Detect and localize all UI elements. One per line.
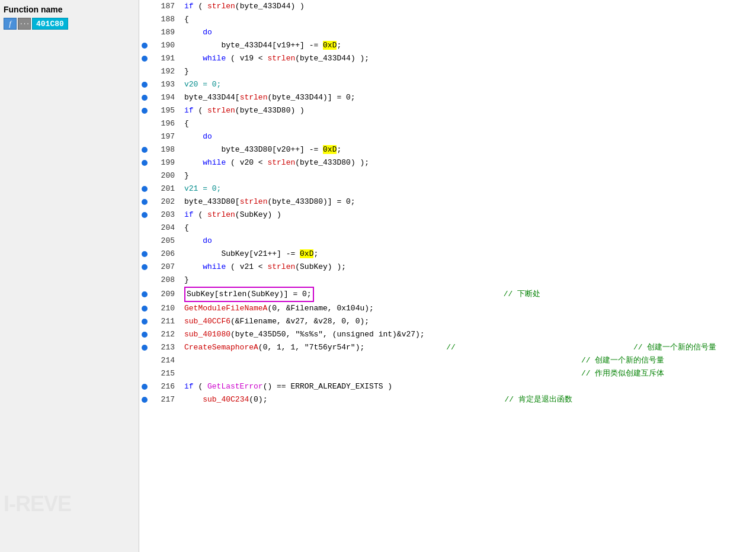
breakpoint-col[interactable] <box>139 82 150 88</box>
breakpoint-dot <box>142 95 148 101</box>
code-token: ; <box>337 41 341 50</box>
code-token: (&Filename, &v27, &v28, 0, 0); <box>230 317 369 326</box>
code-line: } <box>180 65 756 78</box>
code-row: 197 do <box>139 130 756 143</box>
code-token <box>184 262 203 271</box>
code-token: (SubKey) ); <box>295 262 346 271</box>
fn-address[interactable]: 401C80 <box>32 18 68 30</box>
code-token: () == <box>263 382 291 391</box>
code-token: (SubKey) ) <box>235 210 281 219</box>
breakpoint-col[interactable] <box>139 264 150 270</box>
code-token: SubKey[v21++] -= <box>184 249 300 258</box>
code-token: sub_401080 <box>184 330 230 339</box>
code-row: 211sub_40CCF6(&Filename, &v27, &v28, 0, … <box>139 315 756 328</box>
code-line: if ( GetLastError() == ERROR_ALREADY_EXI… <box>180 380 756 393</box>
breakpoint-col[interactable] <box>139 186 150 192</box>
code-token: ( <box>194 2 207 11</box>
breakpoint-dot <box>142 199 148 205</box>
breakpoint-col[interactable] <box>139 397 150 403</box>
code-token: do <box>203 236 212 245</box>
code-token: strlen <box>267 158 295 167</box>
code-line: if ( strlen(byte_433D80) ) <box>180 104 756 117</box>
breakpoint-col[interactable] <box>139 251 150 257</box>
code-line: sub_40C234(0);// 肯定是退出函数 <box>180 393 756 406</box>
code-row: 203if ( strlen(SubKey) ) <box>139 208 756 222</box>
breakpoint-dot <box>142 306 148 312</box>
inline-comment: // 创建一个新的信号量 <box>581 356 664 365</box>
line-number: 195 <box>150 104 180 117</box>
code-row: 209SubKey[strlen(SubKey)] = 0;// 下断处 <box>139 287 756 302</box>
breakpoint-col[interactable] <box>139 147 150 153</box>
code-token: CreateSemaphoreA <box>184 343 258 352</box>
line-number: 196 <box>150 117 180 130</box>
code-token: byte_433D80[ <box>184 197 240 206</box>
code-token: sub_40CCF6 <box>184 317 230 326</box>
line-number: 204 <box>150 222 180 235</box>
line-number: 193 <box>150 78 180 91</box>
code-row: 214// 创建一个新的信号量 <box>139 354 756 367</box>
function-bar: f ··· 401C80 <box>4 18 135 30</box>
breakpoint-dot <box>142 319 148 325</box>
code-token <box>184 132 203 141</box>
breakpoint-col[interactable] <box>139 332 150 338</box>
breakpoint-dot <box>142 82 148 88</box>
breakpoint-col[interactable] <box>139 384 150 390</box>
breakpoint-col[interactable] <box>139 43 150 49</box>
code-token: ) <box>383 382 392 391</box>
breakpoint-dot <box>142 147 148 153</box>
code-line: byte_433D80[strlen(byte_433D80)] = 0; <box>180 195 756 208</box>
breakpoint-dot <box>142 264 148 270</box>
line-number: 212 <box>150 328 180 341</box>
function-icon: f <box>4 18 17 30</box>
breakpoint-col[interactable] <box>139 291 150 297</box>
code-row: 194byte_433D44[strlen(byte_433D44)] = 0; <box>139 91 756 104</box>
breakpoint-dot <box>142 56 148 62</box>
code-token: if <box>184 382 194 391</box>
inline-comment: // 肯定是退出函数 <box>504 395 572 404</box>
code-token: strlen <box>240 197 268 206</box>
code-line: { <box>180 13 756 26</box>
breakpoint-col[interactable] <box>139 212 150 218</box>
inline-comment: // 下断处 <box>504 290 540 299</box>
breakpoint-dot <box>142 251 148 257</box>
code-token: (byte_433D44)] = 0; <box>267 93 355 102</box>
code-line: while ( v20 < strlen(byte_433D80) ); <box>180 156 756 169</box>
code-token: (byte_433D80) ); <box>295 158 369 167</box>
code-token: } <box>184 275 189 284</box>
breakpoint-col[interactable] <box>139 306 150 312</box>
code-token: (byte_433D80) ) <box>235 106 305 115</box>
breakpoint-col[interactable] <box>139 160 150 166</box>
code-row: 201v21 = 0; <box>139 182 756 195</box>
breakpoint-dot <box>142 212 148 218</box>
breakpoint-col[interactable] <box>139 95 150 101</box>
breakpoint-col[interactable] <box>139 345 150 351</box>
line-number: 197 <box>150 130 180 143</box>
code-token: ( v19 < <box>226 54 267 63</box>
breakpoint-dot <box>142 108 148 114</box>
code-token <box>184 395 203 404</box>
line-number: 201 <box>150 182 180 195</box>
breakpoint-col[interactable] <box>139 108 150 114</box>
code-token: do <box>203 28 212 37</box>
code-row: 189 do <box>139 26 756 39</box>
code-token: ( <box>194 210 207 219</box>
code-token: { <box>184 119 189 128</box>
code-token: (0); <box>249 395 267 404</box>
code-row: 217 sub_40C234(0);// 肯定是退出函数 <box>139 393 756 406</box>
code-token: } <box>184 171 189 180</box>
line-number: 211 <box>150 315 180 328</box>
code-token: byte_433D44[ <box>184 93 240 102</box>
code-row: 193v20 = 0; <box>139 78 756 91</box>
code-token: (byte_433D44) ); <box>295 54 369 63</box>
breakpoint-col[interactable] <box>139 56 150 62</box>
line-number: 206 <box>150 248 180 261</box>
breakpoint-col[interactable] <box>139 319 150 325</box>
breakpoint-col[interactable] <box>139 199 150 205</box>
code-token: while <box>203 262 226 271</box>
line-number: 203 <box>150 208 180 222</box>
code-token: (byte_433D44) ) <box>235 2 305 11</box>
code-token: 0xD <box>300 249 313 258</box>
line-number: 207 <box>150 261 180 274</box>
code-line: } <box>180 274 756 287</box>
code-row: 215// 作用类似创建互斥体 <box>139 367 756 380</box>
